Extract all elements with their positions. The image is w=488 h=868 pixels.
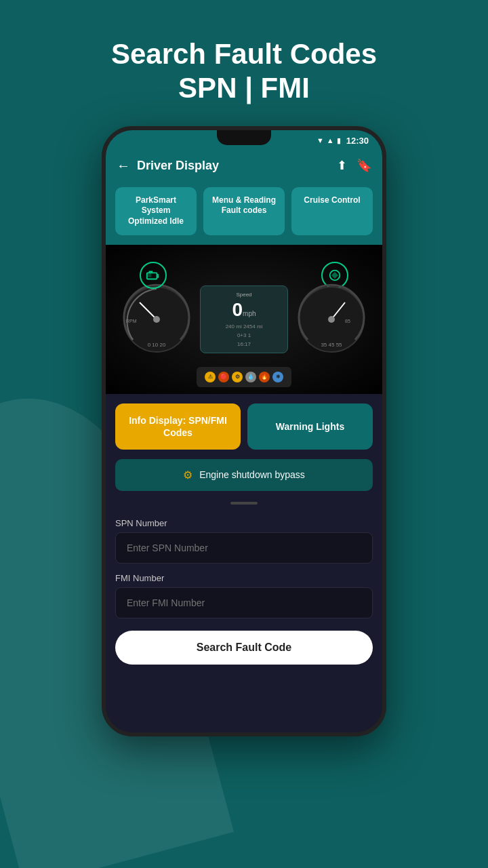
app-bar-title: Driver Display <box>137 159 330 173</box>
warning-lights-button[interactable]: Warning Lights <box>247 403 373 450</box>
speed-value: 0 <box>232 299 243 320</box>
warning-icon-6: ❄ <box>272 372 283 382</box>
gauge-center: Speed 0mph 240 mi 2454 mi 0+3 1 16:17 <box>200 285 288 353</box>
svg-point-10 <box>328 316 335 323</box>
svg-text:85: 85 <box>345 319 350 323</box>
svg-point-2 <box>153 316 160 323</box>
share-icon[interactable]: ⬆ <box>337 158 347 173</box>
quick-action-parksmart[interactable]: ParkSmart System Optimized Idle <box>115 187 197 235</box>
speed-label: Speed <box>206 292 282 298</box>
svg-rect-6 <box>148 274 151 277</box>
warning-icon-1: ⚠ <box>205 372 216 382</box>
wifi-icon: ▼ <box>317 136 324 144</box>
page-header: Search Fault Codes SPN | FMI <box>111 37 377 106</box>
battery-icon: ▮ <box>337 136 341 145</box>
search-fault-code-button[interactable]: Search Fault Code <box>115 631 373 665</box>
svg-text:RPM: RPM <box>126 319 137 323</box>
phone-notch <box>217 130 271 145</box>
warning-icon-3: ⚙ <box>232 372 243 382</box>
app-bar: ← Driver Display ⬆ 🔖 <box>106 151 382 180</box>
dashboard-time: 16:17 <box>206 341 282 347</box>
fmi-input[interactable] <box>115 587 373 618</box>
main-actions: Info Display: SPN/FMI Codes Warning Ligh… <box>106 394 382 456</box>
engine-icon-left <box>140 262 167 289</box>
odometer-line1: 240 mi 2454 mi <box>206 323 282 330</box>
status-time: 12:30 <box>346 136 369 146</box>
spn-label: SPN Number <box>115 518 373 528</box>
warning-icon-4: 💧 <box>245 372 256 382</box>
odometer-line2: 0+3 1 <box>206 332 282 338</box>
gauge-left: 0 10 20 RPM <box>119 282 194 357</box>
engine-shutdown-button[interactable]: ⚙ Engine shutdown bypass <box>115 459 373 491</box>
engine-shutdown-label: Engine shutdown bypass <box>199 469 305 480</box>
engine-shutdown-icon: ⚙ <box>183 469 192 481</box>
svg-text:35  45  55: 35 45 55 <box>321 342 342 348</box>
app-bar-icons: ⬆ 🔖 <box>337 158 371 173</box>
gauge-right: 35 45 55 85 <box>294 282 369 357</box>
quick-action-cruise[interactable]: Cruise Control <box>291 187 373 235</box>
status-icons: ▼ ▲ ▮ 12:30 <box>317 136 369 146</box>
fmi-label: FMI Number <box>115 573 373 583</box>
svg-text:0   10   20: 0 10 20 <box>148 342 166 348</box>
dashboard-area: 0 10 20 RPM <box>106 245 382 394</box>
warning-strip: ⚠ 🔴 ⚙ 💧 🔥 ❄ <box>197 367 291 387</box>
signal-icon: ▲ <box>327 136 334 144</box>
quick-action-menu[interactable]: Menu & Reading Fault codes <box>203 187 285 235</box>
info-display-button[interactable]: Info Display: SPN/FMI Codes <box>115 403 241 450</box>
form-section: SPN Number FMI Number Search Fault Code <box>106 511 382 732</box>
speed-unit: mph <box>243 310 256 317</box>
warning-icon-2: 🔴 <box>218 372 229 382</box>
back-button[interactable]: ← <box>117 158 130 174</box>
drag-handle <box>230 502 258 505</box>
speed-display: 0mph <box>206 299 282 321</box>
bookmark-icon[interactable]: 🔖 <box>357 158 371 173</box>
header-title: Search Fault Codes SPN | FMI <box>111 37 377 106</box>
dashboard-inner: 0 10 20 RPM <box>106 245 382 394</box>
quick-actions: ParkSmart System Optimized Idle Menu & R… <box>106 180 382 245</box>
spn-input[interactable] <box>115 532 373 564</box>
warning-icon-5: 🔥 <box>259 372 270 382</box>
phone-frame: ▼ ▲ ▮ 12:30 ← Driver Display ⬆ 🔖 ParkSma… <box>102 126 386 736</box>
